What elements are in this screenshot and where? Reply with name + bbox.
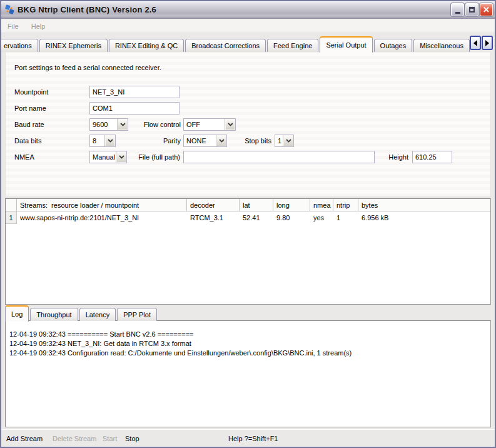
dropdown-arrow-icon (104, 135, 115, 146)
tab-rinex-ephemeris[interactable]: RINEX Ephemeris (39, 39, 108, 52)
tab-label: RINEX Ephemeris (46, 42, 101, 49)
table-row[interactable]: 1 www.sapos-ni-ntrip.de:2101/NET_3_NI RT… (6, 211, 490, 224)
header-ntrip: ntrip (333, 199, 358, 211)
tab-label: Broadcast Corrections (191, 42, 260, 49)
tab-label: Outages (380, 42, 407, 49)
port-name-input[interactable] (89, 102, 180, 115)
flow-control-label: Flow control (131, 118, 181, 131)
bnc-window: BKG Ntrip Client (BNC) Version 2.6 ✕ Fil… (0, 0, 496, 448)
port-name-label: Port name (14, 102, 46, 115)
log-line: 12-04-19 09:32:43 ========== Start BNC v… (9, 330, 487, 339)
dropdown-arrow-icon (283, 135, 293, 146)
dropdown-arrow-icon (225, 119, 235, 130)
cell-lat: 52.41 (240, 211, 273, 224)
log-line: 12-04-19 09:32:43 NET_3_NI: Get data in … (9, 339, 487, 349)
menu-help[interactable]: Help (31, 23, 46, 30)
tab-feed-engine[interactable]: Feed Engine (267, 39, 318, 52)
tab-ppp-plot[interactable]: PPP Plot (117, 308, 157, 321)
start-button[interactable]: Start (103, 435, 117, 442)
stop-bits-value: 1 (275, 135, 283, 146)
tab-label: Miscellaneous (420, 42, 463, 49)
tab-miscellaneous[interactable]: Miscellaneous (413, 39, 470, 52)
tab-bar: ervations RINEX Ephemeris RINEX Editing … (1, 34, 495, 52)
tab-serial-output[interactable]: Serial Output (320, 36, 372, 53)
header-mountpoint: Streams: resource loader / mountpoint (17, 199, 187, 211)
tab-log[interactable]: Log (5, 305, 29, 322)
tab-latency[interactable]: Latency (79, 308, 116, 321)
close-icon: ✕ (483, 6, 490, 14)
file-path-label: File (full path) (130, 151, 180, 163)
tab-rinex-editing-qc[interactable]: RINEX Editing & QC (109, 39, 184, 52)
tab-observations[interactable]: ervations (1, 39, 38, 52)
help-shortcut-label: Help ?=Shift+F1 (228, 435, 278, 442)
tab-label: RINEX Editing & QC (115, 42, 178, 49)
data-bits-value: 8 (90, 135, 104, 146)
baud-rate-label: Baud rate (14, 118, 44, 131)
flow-control-select[interactable]: OFF (183, 118, 236, 131)
row-number: 1 (6, 211, 17, 224)
height-input[interactable] (412, 151, 452, 163)
tab-broadcast-corrections[interactable]: Broadcast Corrections (185, 39, 266, 52)
height-label: Height (371, 151, 408, 163)
tab-label: Log (11, 310, 23, 318)
stop-bits-label: Stop bits (221, 135, 271, 147)
nmea-select[interactable]: Manual (89, 151, 127, 163)
data-bits-label: Data bits (14, 135, 41, 147)
tab-label: Serial Output (326, 41, 366, 49)
dropdown-arrow-icon (117, 119, 128, 130)
tab-label: Feed Engine (273, 42, 312, 49)
nmea-value: Manual (90, 151, 116, 163)
tab-label: Latency (86, 311, 110, 318)
tab-throughput[interactable]: Throughput (30, 308, 78, 321)
flow-control-value: OFF (184, 119, 225, 130)
arrow-right-icon (485, 40, 489, 46)
maximize-button[interactable] (465, 3, 478, 16)
file-path-input[interactable] (183, 151, 375, 163)
header-lat: lat (240, 199, 273, 211)
mountpoint-label: Mountpoint (14, 86, 48, 98)
mountpoint-input[interactable] (89, 86, 180, 98)
add-stream-button[interactable]: Add Stream (6, 435, 43, 442)
header-bytes: bytes (358, 199, 490, 211)
tab-scroll-left-button[interactable] (470, 36, 481, 50)
tab-outages[interactable]: Outages (374, 39, 413, 52)
parity-value: NONE (184, 135, 216, 146)
tab-scroll-right-button[interactable] (482, 36, 493, 50)
nmea-label: NMEA (14, 151, 34, 163)
serial-output-panel: Port settings to feed a serial connected… (5, 52, 491, 197)
tab-label: PPP Plot (123, 311, 151, 318)
arrow-left-icon (473, 40, 477, 46)
minimize-button[interactable] (451, 3, 464, 16)
bottom-tab-bar: Log Throughput Latency PPP Plot (5, 305, 491, 321)
baud-rate-select[interactable]: 9600 (89, 118, 128, 131)
menu-file[interactable]: File (8, 23, 19, 30)
tab-label: Throughput (36, 311, 71, 318)
log-output[interactable]: 12-04-19 09:32:43 ========== Start BNC v… (5, 320, 491, 427)
log-line: 12-04-19 09:32:43 Configuration read: C:… (9, 349, 487, 358)
streams-table: Streams: resource loader / mountpoint de… (5, 198, 491, 305)
header-nmea: nmea (310, 199, 333, 211)
data-bits-select[interactable]: 8 (89, 135, 116, 147)
titlebar[interactable]: BKG Ntrip Client (BNC) Version 2.6 ✕ (1, 1, 495, 19)
window-controls: ✕ (451, 3, 493, 16)
minimize-icon (455, 12, 460, 14)
cell-ntrip: 1 (333, 211, 358, 224)
cell-mountpoint: www.sapos-ni-ntrip.de:2101/NET_3_NI (17, 211, 187, 224)
cell-decoder: RTCM_3.1 (187, 211, 240, 224)
header-long: long (273, 199, 310, 211)
tab-scroll-buttons (470, 36, 493, 50)
tab-label: ervations (4, 42, 32, 49)
delete-stream-button[interactable]: Delete Stream (53, 435, 96, 442)
parity-select[interactable]: NONE (183, 135, 227, 147)
close-button[interactable]: ✕ (480, 3, 493, 16)
window-title: BKG Ntrip Client (BNC) Version 2.6 (18, 5, 451, 14)
stop-bits-select[interactable]: 1 (275, 135, 294, 147)
maximize-icon (469, 7, 475, 13)
cell-long: 9.80 (273, 211, 310, 224)
menubar: File Help (1, 19, 495, 33)
cell-bytes: 6.956 kB (358, 211, 490, 224)
stop-button[interactable]: Stop (125, 435, 139, 442)
cell-nmea: yes (310, 211, 333, 224)
header-decoder: decoder (187, 199, 240, 211)
header-row-number (6, 199, 17, 211)
